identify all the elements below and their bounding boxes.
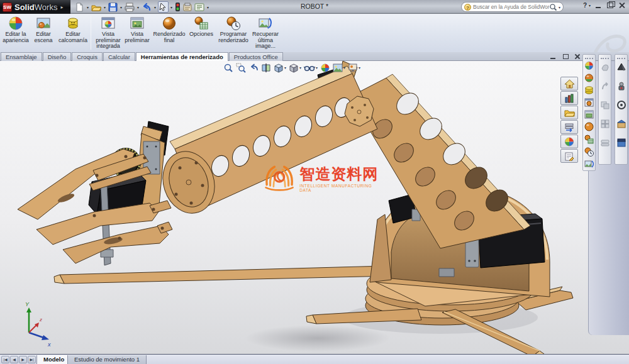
library-tool-icon[interactable] — [616, 119, 626, 131]
scheduled-render-icon[interactable] — [584, 147, 594, 159]
recall-last-image-button[interactable]: Recuperar última image... — [252, 15, 279, 50]
apply-scene-icon[interactable]: ▾ — [332, 63, 346, 73]
tab-estudio-de-movimiento[interactable]: Estudio de movimiento 1 — [67, 355, 147, 364]
open-icon[interactable] — [91, 1, 102, 13]
final-render-icon[interactable] — [584, 122, 594, 134]
help-button[interactable]: ? — [583, 2, 587, 9]
graphics-area[interactable]: Y x z ▾ — [0, 61, 629, 354]
edit-decal-button[interactable]: Editar calcomanía — [57, 15, 89, 43]
tab-modelo[interactable]: Modelo — [36, 355, 71, 364]
view-palette-icon[interactable] — [560, 120, 578, 134]
previous-sheet-button[interactable]: ◀ — [10, 356, 18, 363]
dropdown-caret-icon[interactable]: ▾ — [299, 65, 301, 70]
display-style-icon[interactable]: ▾ — [288, 63, 302, 73]
first-sheet-button[interactable]: |◀ — [1, 356, 9, 363]
preview-window-icon[interactable] — [584, 110, 594, 121]
restore-button[interactable] — [606, 2, 615, 9]
appearances-icon[interactable] — [560, 135, 578, 148]
final-render-button[interactable]: Renderizado final — [151, 15, 187, 43]
file-explorer-icon[interactable] — [560, 106, 578, 119]
decal-icon[interactable] — [584, 85, 594, 97]
properties-icon[interactable] — [182, 1, 193, 13]
dropdown-caret-icon[interactable]: ▾ — [137, 5, 139, 9]
dropdown-caret-icon[interactable]: ▾ — [207, 5, 209, 9]
scene-icon[interactable] — [584, 74, 594, 85]
last-sheet-button[interactable]: ▶| — [28, 356, 36, 363]
tab-diseno[interactable]: Diseño — [43, 52, 72, 61]
schedule-render-button[interactable]: Programar renderizado — [215, 15, 252, 43]
edit-appearance-icon[interactable] — [320, 63, 331, 73]
disabled-tool-icon-3[interactable] — [600, 100, 610, 113]
ribbon-button-label: Vista preliminar — [123, 31, 151, 43]
integrated-preview-icon[interactable] — [584, 98, 594, 109]
preview-button[interactable]: Vista preliminar — [123, 15, 151, 43]
dropdown-caret-icon[interactable]: ▾ — [316, 65, 318, 70]
search-input[interactable] — [473, 4, 549, 10]
ribbon-button-label: Renderizado final — [151, 31, 187, 43]
disabled-tool-icon-2[interactable] — [600, 81, 610, 94]
edit-scene-button[interactable]: Editar escena — [30, 15, 57, 43]
save-icon[interactable] — [108, 1, 118, 13]
report-icon[interactable] — [194, 1, 205, 13]
command-tab-row: EnsamblajeDiseñoCroquisCalcularHerramien… — [0, 52, 629, 61]
dropdown-caret-icon[interactable]: ▾ — [170, 5, 172, 9]
dropdown-caret-icon[interactable]: ▾ — [104, 5, 106, 9]
disabled-tool-icon-4[interactable] — [600, 119, 610, 131]
component-tool-icon[interactable] — [616, 81, 626, 94]
dropdown-caret-icon[interactable]: ▾ — [343, 65, 345, 70]
search-icon[interactable] — [549, 3, 557, 11]
tab-calcular[interactable]: Calcular — [103, 52, 135, 61]
select-cursor-icon[interactable] — [158, 1, 169, 13]
doc-close-button[interactable] — [574, 53, 581, 60]
custom-properties-icon[interactable] — [560, 149, 578, 163]
tab-herramientas-de-renderizado[interactable]: Herramientas de renderizado — [136, 52, 228, 61]
document-title: ROBOT * — [301, 3, 328, 10]
search-box[interactable]: ? ▾ — [461, 2, 564, 12]
close-button[interactable] — [618, 2, 626, 9]
tab-productos-office[interactable]: Productos Office — [229, 52, 283, 61]
disabled-tool-icon-1[interactable] — [600, 62, 610, 75]
solidworks-resources-icon[interactable] — [560, 77, 578, 91]
watermark-subtitle: INTELLIGENT MANUFACTURING DATA — [299, 184, 382, 192]
search-dropdown-icon[interactable]: ▾ — [559, 5, 560, 9]
view-settings-icon[interactable]: ▾ — [347, 63, 361, 73]
doc-minimize-button[interactable] — [550, 53, 557, 60]
scene-icon — [36, 16, 51, 31]
pyramid-tool-icon[interactable] — [616, 62, 626, 75]
render-options-icon[interactable] — [584, 135, 594, 146]
appearance-wheel-icon[interactable] — [584, 61, 594, 73]
next-sheet-button[interactable]: ▶ — [19, 356, 27, 363]
dropdown-caret-icon[interactable]: ▾ — [284, 65, 286, 70]
3d-viewport-canvas[interactable]: Y x z — [0, 61, 629, 354]
recall-image-icon[interactable] — [584, 160, 594, 171]
dropdown-caret-icon[interactable]: ▾ — [154, 5, 156, 9]
hide-show-items-icon[interactable]: ▾ — [303, 63, 318, 73]
disabled-tool-icon-5[interactable] — [600, 138, 610, 150]
dropdown-caret-icon[interactable]: ▾ — [359, 65, 360, 70]
tab-croquis[interactable]: Croquis — [72, 52, 103, 61]
tab-ensamblaje[interactable]: Ensamblaje — [1, 52, 42, 61]
undo-icon[interactable] — [141, 1, 152, 13]
dropdown-caret-icon[interactable]: ▾ — [87, 5, 89, 9]
minimize-button[interactable] — [594, 2, 603, 9]
doc-restore-button[interactable] — [562, 53, 569, 60]
edit-appearance-button[interactable]: Editar la apariencia — [2, 15, 30, 43]
help-caret-icon[interactable]: ▾ — [589, 3, 591, 8]
integrated-preview-button[interactable]: Vista preliminar integrada — [93, 15, 123, 50]
view-orientation-icon[interactable]: ▾ — [273, 63, 287, 73]
dropdown-caret-icon[interactable]: ▾ — [120, 5, 122, 9]
new-document-icon[interactable] — [74, 1, 85, 13]
traffic-light-icon[interactable] — [174, 1, 181, 13]
zoom-to-area-icon[interactable] — [235, 63, 247, 73]
menu-flyout-arrow-icon[interactable]: ▸ — [60, 4, 63, 10]
render-options-button[interactable]: Opciones — [187, 15, 215, 38]
section-view-icon[interactable] — [260, 63, 272, 73]
zoom-to-fit-icon[interactable] — [223, 63, 234, 73]
design-library-icon[interactable] — [560, 91, 578, 105]
part-box-tool-icon[interactable] — [616, 138, 626, 150]
print-icon[interactable] — [124, 1, 135, 13]
target-tool-icon[interactable] — [616, 100, 626, 113]
title-bar: SW SolidWorks ▸ ▾ ▾ ▾ ▾ ▾ ▾ — [0, 0, 629, 14]
svg-text:x: x — [47, 341, 51, 348]
previous-view-icon[interactable] — [248, 63, 259, 73]
